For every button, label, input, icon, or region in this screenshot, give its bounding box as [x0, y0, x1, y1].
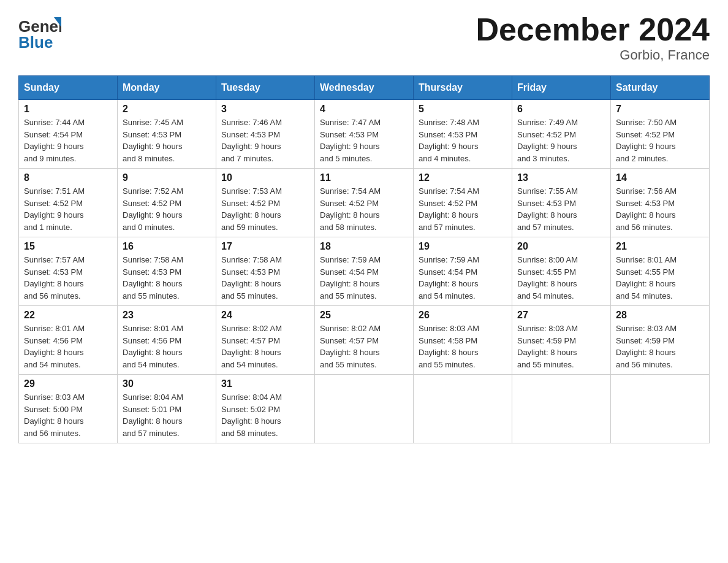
day-number: 10: [221, 172, 309, 183]
calendar-table: Sunday Monday Tuesday Wednesday Thursday…: [18, 75, 710, 443]
table-row: 22 Sunrise: 8:01 AM Sunset: 4:56 PM Dayl…: [19, 306, 118, 375]
table-row: 17 Sunrise: 7:58 AM Sunset: 4:53 PM Dayl…: [216, 237, 315, 306]
table-row: 13 Sunrise: 7:55 AM Sunset: 4:53 PM Dayl…: [512, 169, 611, 237]
day-info: Sunrise: 8:04 AM Sunset: 5:02 PM Dayligh…: [221, 391, 309, 439]
table-row: 26 Sunrise: 8:03 AM Sunset: 4:58 PM Dayl…: [414, 306, 512, 375]
table-row: 5 Sunrise: 7:48 AM Sunset: 4:53 PM Dayli…: [414, 100, 512, 169]
table-row: 3 Sunrise: 7:46 AM Sunset: 4:53 PM Dayli…: [216, 100, 315, 169]
day-info: Sunrise: 8:03 AM Sunset: 4:59 PM Dayligh…: [517, 323, 605, 370]
day-info: Sunrise: 7:50 AM Sunset: 4:52 PM Dayligh…: [616, 117, 704, 164]
day-info: Sunrise: 8:01 AM Sunset: 4:56 PM Dayligh…: [123, 323, 211, 370]
day-info: Sunrise: 7:58 AM Sunset: 4:53 PM Dayligh…: [123, 254, 211, 302]
day-number: 23: [123, 310, 211, 321]
day-info: Sunrise: 8:00 AM Sunset: 4:55 PM Dayligh…: [517, 254, 605, 302]
day-number: 28: [616, 310, 704, 321]
col-friday: Friday: [512, 76, 611, 100]
table-row: 21 Sunrise: 8:01 AM Sunset: 4:55 PM Dayl…: [611, 237, 710, 306]
table-row: 31 Sunrise: 8:04 AM Sunset: 5:02 PM Dayl…: [216, 375, 315, 443]
table-row: 12 Sunrise: 7:54 AM Sunset: 4:52 PM Dayl…: [414, 169, 512, 237]
location-label: Gorbio, France: [476, 47, 710, 63]
col-saturday: Saturday: [611, 76, 710, 100]
table-row: 8 Sunrise: 7:51 AM Sunset: 4:52 PM Dayli…: [19, 169, 118, 237]
day-number: 29: [24, 378, 112, 389]
day-info: Sunrise: 7:56 AM Sunset: 4:53 PM Dayligh…: [616, 185, 704, 233]
svg-text:Blue: Blue: [18, 33, 53, 52]
day-number: 15: [24, 241, 112, 252]
day-number: 16: [123, 241, 211, 252]
day-number: 12: [419, 172, 507, 183]
day-info: Sunrise: 7:46 AM Sunset: 4:53 PM Dayligh…: [221, 117, 309, 164]
title-block: December 2024 Gorbio, France: [476, 12, 710, 63]
page-title: December 2024: [476, 12, 710, 47]
table-row: 9 Sunrise: 7:52 AM Sunset: 4:52 PM Dayli…: [118, 169, 216, 237]
table-row: 20 Sunrise: 8:00 AM Sunset: 4:55 PM Dayl…: [512, 237, 611, 306]
day-number: 17: [221, 241, 309, 252]
col-sunday: Sunday: [19, 76, 118, 100]
col-thursday: Thursday: [414, 76, 512, 100]
day-info: Sunrise: 8:03 AM Sunset: 4:59 PM Dayligh…: [616, 323, 704, 370]
calendar-row: 15 Sunrise: 7:57 AM Sunset: 4:53 PM Dayl…: [19, 237, 710, 306]
day-number: 8: [24, 172, 112, 183]
day-number: 27: [517, 310, 605, 321]
day-number: 9: [123, 172, 211, 183]
calendar-row: 8 Sunrise: 7:51 AM Sunset: 4:52 PM Dayli…: [19, 169, 710, 237]
day-info: Sunrise: 8:02 AM Sunset: 4:57 PM Dayligh…: [221, 323, 309, 370]
day-number: 20: [517, 241, 605, 252]
table-row: 11 Sunrise: 7:54 AM Sunset: 4:52 PM Dayl…: [315, 169, 414, 237]
day-number: 7: [616, 104, 704, 115]
table-row: 6 Sunrise: 7:49 AM Sunset: 4:52 PM Dayli…: [512, 100, 611, 169]
day-number: 19: [419, 241, 507, 252]
table-row: 2 Sunrise: 7:45 AM Sunset: 4:53 PM Dayli…: [118, 100, 216, 169]
calendar-row: 22 Sunrise: 8:01 AM Sunset: 4:56 PM Dayl…: [19, 306, 710, 375]
logo-svg: General Blue: [18, 12, 61, 52]
calendar-row: 1 Sunrise: 7:44 AM Sunset: 4:54 PM Dayli…: [19, 100, 710, 169]
day-info: Sunrise: 7:47 AM Sunset: 4:53 PM Dayligh…: [320, 117, 408, 164]
day-number: 13: [517, 172, 605, 183]
day-info: Sunrise: 7:51 AM Sunset: 4:52 PM Dayligh…: [24, 185, 112, 233]
day-info: Sunrise: 8:03 AM Sunset: 4:58 PM Dayligh…: [419, 323, 507, 370]
table-row: [611, 375, 710, 443]
day-info: Sunrise: 8:04 AM Sunset: 5:01 PM Dayligh…: [123, 391, 211, 439]
day-number: 21: [616, 241, 704, 252]
table-row: 19 Sunrise: 7:59 AM Sunset: 4:54 PM Dayl…: [414, 237, 512, 306]
day-info: Sunrise: 7:48 AM Sunset: 4:53 PM Dayligh…: [419, 117, 507, 164]
col-wednesday: Wednesday: [315, 76, 414, 100]
table-row: 25 Sunrise: 8:02 AM Sunset: 4:57 PM Dayl…: [315, 306, 414, 375]
table-row: 29 Sunrise: 8:03 AM Sunset: 5:00 PM Dayl…: [19, 375, 118, 443]
day-number: 31: [221, 378, 309, 389]
day-number: 18: [320, 241, 408, 252]
day-info: Sunrise: 7:44 AM Sunset: 4:54 PM Dayligh…: [24, 117, 112, 164]
day-info: Sunrise: 7:45 AM Sunset: 4:53 PM Dayligh…: [123, 117, 211, 164]
day-info: Sunrise: 7:55 AM Sunset: 4:53 PM Dayligh…: [517, 185, 605, 233]
day-info: Sunrise: 7:57 AM Sunset: 4:53 PM Dayligh…: [24, 254, 112, 302]
day-info: Sunrise: 8:01 AM Sunset: 4:55 PM Dayligh…: [616, 254, 704, 302]
day-info: Sunrise: 8:01 AM Sunset: 4:56 PM Dayligh…: [24, 323, 112, 370]
table-row: 1 Sunrise: 7:44 AM Sunset: 4:54 PM Dayli…: [19, 100, 118, 169]
table-row: 16 Sunrise: 7:58 AM Sunset: 4:53 PM Dayl…: [118, 237, 216, 306]
table-row: 30 Sunrise: 8:04 AM Sunset: 5:01 PM Dayl…: [118, 375, 216, 443]
col-tuesday: Tuesday: [216, 76, 315, 100]
day-number: 22: [24, 310, 112, 321]
day-info: Sunrise: 7:59 AM Sunset: 4:54 PM Dayligh…: [419, 254, 507, 302]
day-info: Sunrise: 7:52 AM Sunset: 4:52 PM Dayligh…: [123, 185, 211, 233]
day-info: Sunrise: 7:59 AM Sunset: 4:54 PM Dayligh…: [320, 254, 408, 302]
col-monday: Monday: [118, 76, 216, 100]
table-row: 24 Sunrise: 8:02 AM Sunset: 4:57 PM Dayl…: [216, 306, 315, 375]
day-number: 25: [320, 310, 408, 321]
header-row: Sunday Monday Tuesday Wednesday Thursday…: [19, 76, 710, 100]
day-number: 14: [616, 172, 704, 183]
day-info: Sunrise: 7:53 AM Sunset: 4:52 PM Dayligh…: [221, 185, 309, 233]
table-row: [414, 375, 512, 443]
table-row: 23 Sunrise: 8:01 AM Sunset: 4:56 PM Dayl…: [118, 306, 216, 375]
table-row: 18 Sunrise: 7:59 AM Sunset: 4:54 PM Dayl…: [315, 237, 414, 306]
day-number: 6: [517, 104, 605, 115]
day-number: 3: [221, 104, 309, 115]
table-row: [512, 375, 611, 443]
day-number: 26: [419, 310, 507, 321]
day-info: Sunrise: 8:03 AM Sunset: 5:00 PM Dayligh…: [24, 391, 112, 439]
table-row: 7 Sunrise: 7:50 AM Sunset: 4:52 PM Dayli…: [611, 100, 710, 169]
table-row: 15 Sunrise: 7:57 AM Sunset: 4:53 PM Dayl…: [19, 237, 118, 306]
day-number: 30: [123, 378, 211, 389]
page-header: General Blue December 2024 Gorbio, Franc…: [18, 12, 710, 63]
table-row: 4 Sunrise: 7:47 AM Sunset: 4:53 PM Dayli…: [315, 100, 414, 169]
